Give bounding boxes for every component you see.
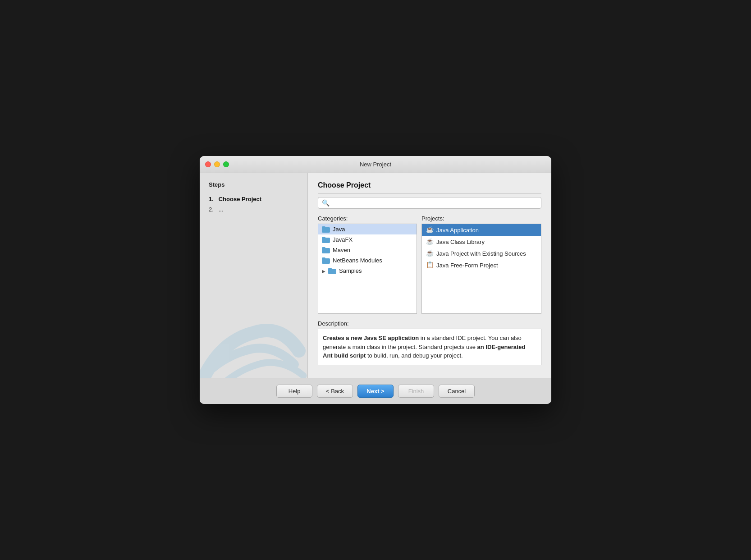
description-section: Description: Creates a new Java SE appli…: [318, 320, 541, 365]
java-lib-icon: ☕: [426, 238, 434, 246]
main-content: Choose Project 🔍 Categories: Java: [308, 173, 551, 378]
folder-icon: [322, 226, 330, 233]
category-maven[interactable]: Maven: [318, 245, 417, 255]
desc-text-2: to build, run, and debug your project.: [367, 352, 463, 359]
folder-icon: [322, 237, 330, 243]
title-bar: New Project: [200, 156, 551, 173]
sidebar-steps: 1. Choose Project 2. ...: [209, 196, 298, 213]
panels-row: Categories: Java JavaFX Maven: [318, 215, 541, 314]
project-java-class-library[interactable]: ☕ Java Class Library: [422, 236, 541, 248]
description-box: Creates a new Java SE application in a s…: [318, 329, 541, 365]
maximize-button[interactable]: [223, 161, 229, 167]
description-label: Description:: [318, 320, 541, 327]
window-body: Steps 1. Choose Project 2. ...: [200, 173, 551, 378]
categories-panel: Categories: Java JavaFX Maven: [318, 215, 417, 314]
category-java[interactable]: Java: [318, 224, 417, 234]
java-existing-icon: ☕: [426, 249, 434, 257]
back-button[interactable]: < Back: [317, 385, 353, 398]
sidebar-step-1: 1. Choose Project: [209, 196, 298, 202]
projects-panel: Projects: ☕ Java Application ☕ Java Clas…: [421, 215, 541, 314]
category-samples[interactable]: ▶ Samples: [318, 266, 417, 276]
new-project-window: New Project Steps 1. Choose Project 2. .…: [200, 156, 551, 404]
folder-icon: [328, 268, 336, 274]
help-button[interactable]: Help: [276, 385, 312, 398]
close-button[interactable]: [205, 161, 211, 167]
java-freeform-icon: 📋: [426, 261, 434, 269]
traffic-lights: [205, 161, 229, 167]
category-netbeans[interactable]: NetBeans Modules: [318, 255, 417, 266]
sidebar-title: Steps: [209, 181, 298, 191]
sidebar-step-2: 2. ...: [209, 206, 298, 213]
window-title: New Project: [360, 161, 391, 168]
project-java-freeform[interactable]: 📋 Java Free-Form Project: [422, 259, 541, 271]
category-javafx[interactable]: JavaFX: [318, 234, 417, 245]
java-app-icon: ☕: [426, 226, 434, 234]
search-bar: 🔍: [318, 197, 541, 209]
window-footer: Help < Back Next > Finish Cancel: [200, 378, 551, 404]
categories-label: Categories:: [318, 215, 417, 222]
next-button[interactable]: Next >: [357, 385, 394, 398]
projects-list[interactable]: ☕ Java Application ☕ Java Class Library …: [421, 224, 541, 314]
folder-icon: [322, 257, 330, 264]
minimize-button[interactable]: [214, 161, 220, 167]
folder-icon: [322, 247, 330, 253]
project-java-application[interactable]: ☕ Java Application: [422, 224, 541, 236]
projects-label: Projects:: [421, 215, 541, 222]
search-input[interactable]: [332, 200, 537, 207]
categories-list[interactable]: Java JavaFX Maven NetBeans Modules: [318, 224, 417, 314]
cancel-button[interactable]: Cancel: [439, 385, 475, 398]
finish-button[interactable]: Finish: [398, 385, 434, 398]
project-java-existing[interactable]: ☕ Java Project with Existing Sources: [422, 248, 541, 259]
expand-arrow-icon: ▶: [322, 269, 326, 273]
section-title: Choose Project: [318, 181, 541, 193]
sidebar-watermark: [200, 297, 307, 378]
search-icon: 🔍: [322, 199, 330, 207]
sidebar: Steps 1. Choose Project 2. ...: [200, 173, 308, 378]
desc-bold-1: Creates a new Java SE application: [323, 335, 419, 341]
